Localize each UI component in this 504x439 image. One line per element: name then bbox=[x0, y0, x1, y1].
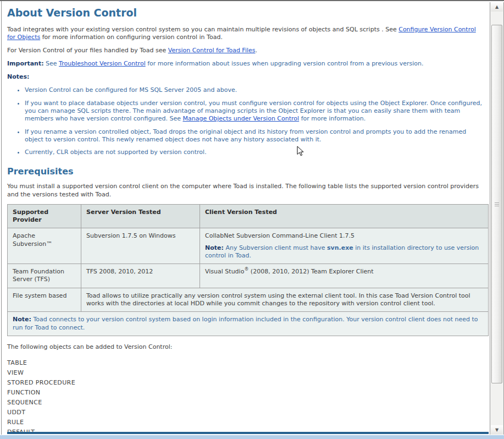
intro-text-post: for more information on configuring vers… bbox=[40, 34, 223, 41]
scrollbar-grip-icon bbox=[495, 202, 499, 206]
intro-text-pre: Toad integrates with your existing versi… bbox=[7, 26, 398, 33]
help-content-pane: About Version Control Toad integrates wi… bbox=[1, 1, 490, 435]
object-item-stored-procedure: STORED PROCEDURE bbox=[7, 378, 485, 388]
files-text-post: . bbox=[256, 47, 258, 54]
prerequisites-heading: Prerequisites bbox=[7, 166, 485, 177]
client-subversion-text: CollabNet Subversion Command-Line Client… bbox=[205, 232, 483, 240]
object-item-view: VIEW bbox=[7, 368, 485, 378]
client-tfs-text-pre: Visual Studio bbox=[205, 268, 244, 275]
table-header-row: Supported Provider Server Version Tested… bbox=[8, 204, 489, 228]
client-note-svn-exe: svn.exe bbox=[327, 244, 353, 251]
files-text-pre: For Version Control of your files handle… bbox=[7, 47, 168, 54]
table-note-row: Note: Toad connects to your version cont… bbox=[8, 312, 489, 336]
object-item-sequence: SEQUENCE bbox=[7, 398, 485, 408]
help-window: About Version Control Toad integrates wi… bbox=[0, 0, 504, 439]
object-item-rule: RULE bbox=[7, 418, 485, 427]
link-version-control-toad-files[interactable]: Version Control for Toad Files bbox=[168, 47, 256, 54]
prerequisites-intro: You must install a supported version con… bbox=[7, 183, 485, 198]
object-item-function: FUNCTION bbox=[7, 388, 485, 398]
object-item-uddt: UDDT bbox=[7, 408, 485, 418]
table-note-text: Toad connects to your version control sy… bbox=[13, 316, 478, 331]
link-troubleshoot-version-control[interactable]: Troubleshoot Version Control bbox=[59, 60, 146, 67]
table-row-subversion: Apache Subversion™ Subversion 1.7.5 on W… bbox=[8, 228, 489, 264]
client-note-text-pre: Any Subversion client must have bbox=[224, 244, 327, 251]
vertical-scrollbar[interactable]: ▲ ▼ bbox=[490, 2, 504, 435]
up-arrow-icon: ▲ bbox=[495, 5, 499, 9]
note-item-rename: If you rename a version controlled objec… bbox=[25, 128, 485, 144]
horizontal-scrollbar-strip[interactable] bbox=[0, 435, 504, 439]
notes-label: Notes: bbox=[7, 73, 29, 80]
cell-client-subversion: CollabNet Subversion Command-Line Client… bbox=[200, 228, 489, 264]
objects-intro: The following objects can be added to Ve… bbox=[7, 343, 485, 351]
bottom-divider-rule bbox=[7, 432, 489, 434]
notes-list: Version Control can be configured for MS… bbox=[7, 86, 485, 156]
intro-paragraph: Toad integrates with your existing versi… bbox=[7, 26, 485, 41]
note-item-clr: Currently, CLR objects are not supported… bbox=[25, 149, 485, 156]
table-row-filesystem: File system based Toad allows to utilize… bbox=[8, 288, 489, 312]
cell-provider-filesystem: File system based bbox=[8, 288, 81, 312]
cell-server-subversion: Subversion 1.7.5 on Windows bbox=[81, 228, 200, 264]
cell-client-tfs: Visual Studio® (2008, 2010, 2012) Team E… bbox=[200, 264, 489, 288]
important-text-post: for more information about issues when u… bbox=[146, 60, 424, 67]
cell-provider-tfs: Team Foundation Server (TFS) bbox=[8, 264, 81, 288]
providers-table: Supported Provider Server Version Tested… bbox=[7, 204, 489, 336]
cell-description-filesystem: Toad allows to utilize practically any v… bbox=[81, 288, 489, 312]
page-title: About Version Control bbox=[7, 7, 485, 19]
important-label: Important: bbox=[7, 60, 44, 67]
client-tfs-text-post: (2008, 2010, 2012) Team Explorer Client bbox=[248, 268, 373, 275]
object-item-table: TABLE bbox=[7, 358, 485, 368]
header-client-version: Client Version Tested bbox=[200, 204, 489, 228]
client-note-label: Note: bbox=[205, 244, 224, 251]
files-paragraph: For Version Control of your files handle… bbox=[7, 47, 485, 54]
cell-server-tfs: TFS 2008, 2010, 2012 bbox=[81, 264, 200, 288]
header-server-version: Server Version Tested bbox=[81, 204, 200, 228]
link-manage-objects[interactable]: Manage Objects under Version Control bbox=[182, 115, 299, 122]
cell-provider-subversion: Apache Subversion™ bbox=[8, 228, 81, 264]
scrollbar-thumb[interactable] bbox=[491, 25, 502, 383]
objects-list: TABLE VIEW STORED PROCEDURE FUNCTION SEQ… bbox=[7, 358, 485, 435]
table-note-label: Note: bbox=[13, 316, 31, 323]
note-item-text-post: for more information. bbox=[299, 115, 365, 122]
scroll-down-button[interactable]: ▼ bbox=[491, 425, 503, 435]
important-paragraph: Important: See Troubleshoot Version Cont… bbox=[7, 60, 485, 68]
note-item-object-explorer: If you want to place database objects un… bbox=[25, 100, 485, 123]
scroll-up-button[interactable]: ▲ bbox=[491, 2, 503, 12]
important-text-pre: See bbox=[44, 60, 59, 67]
table-row-tfs: Team Foundation Server (TFS) TFS 2008, 2… bbox=[8, 264, 489, 288]
down-arrow-icon: ▼ bbox=[495, 428, 499, 432]
note-item-sql-server: Version Control can be configured for MS… bbox=[25, 86, 485, 94]
notes-label-paragraph: Notes: bbox=[7, 73, 485, 81]
client-subversion-note: Note: Any Subversion client must have sv… bbox=[205, 244, 483, 260]
header-supported-provider: Supported Provider bbox=[8, 204, 81, 228]
table-note-cell: Note: Toad connects to your version cont… bbox=[8, 312, 489, 336]
